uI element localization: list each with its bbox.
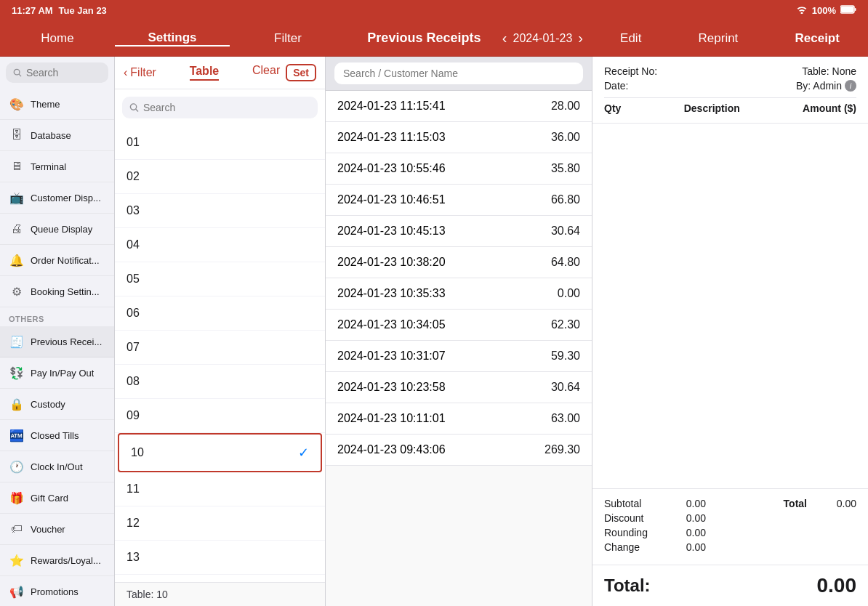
receipt-amount-cell: 66.80: [529, 193, 580, 206]
nav-bar: Home Settings Filter Previous Receipts ‹…: [0, 20, 868, 57]
filter-back-label: Filter: [130, 66, 156, 79]
table-row[interactable]: 2024-01-23 10:55:4635.80: [326, 153, 592, 185]
sidebar-item-promotions[interactable]: 📢 Promotions: [0, 576, 114, 606]
sidebar-item-terminal[interactable]: 🖥 Terminal: [0, 151, 114, 182]
sidebar-search-input[interactable]: [26, 67, 101, 78]
page-title: Previous Receipts: [346, 31, 502, 46]
filter-list-item[interactable]: 10✓: [118, 433, 322, 472]
sidebar-item-theme[interactable]: 🎨 Theme: [0, 89, 114, 120]
receipt-date-label: Date:: [604, 80, 628, 92]
table-row[interactable]: 2024-01-23 10:46:5166.80: [326, 185, 592, 216]
receipt-amount-cell: 0.00: [529, 287, 580, 300]
clock-icon: 🕐: [9, 458, 25, 474]
filter-list-item[interactable]: 09: [115, 399, 325, 433]
home-button[interactable]: Home: [0, 31, 115, 46]
battery-percentage: 100%: [812, 5, 836, 16]
sidebar-search-container[interactable]: [6, 62, 108, 83]
sidebar-item-custody[interactable]: 🔒 Custody: [0, 389, 114, 420]
receipt-amount-cell: 30.64: [529, 381, 580, 394]
sidebar-item-label: Order Notificat...: [31, 255, 100, 266]
svg-line-4: [19, 74, 21, 76]
sidebar-item-order-notifications[interactable]: 🔔 Order Notificat...: [0, 245, 114, 276]
receipt-col-headers: Qty Description Amount ($): [604, 97, 856, 114]
reprint-button[interactable]: Reprint: [699, 31, 739, 46]
filter-tab-table[interactable]: Table: [190, 65, 220, 81]
filter-list-item[interactable]: 06: [115, 296, 325, 331]
receipt-date-cell: 2024-01-23 10:55:46: [337, 162, 529, 175]
sidebar-item-customer-display[interactable]: 📺 Customer Disp...: [0, 182, 114, 214]
filter-list-item[interactable]: 07: [115, 331, 325, 365]
search-icon: [13, 68, 22, 78]
filter-item-label: 01: [126, 136, 140, 149]
receipt-date-text: 2024-01-23 11:15:03: [337, 131, 446, 143]
table-row[interactable]: 2024-01-23 09:43:06269.30: [326, 435, 592, 466]
receipt-date-cell: 2024-01-23 10:34:05: [337, 318, 529, 331]
receipt-date-cell: 2024-01-23 11:15:41: [337, 100, 529, 113]
receipt-meta-row1: Receipt No: Table: None: [604, 65, 856, 77]
table-row[interactable]: 2024-01-23 10:23:5830.64: [326, 372, 592, 403]
receipt-body: [592, 124, 868, 488]
receipts-search-input[interactable]: [334, 62, 583, 84]
table-row[interactable]: 2024-01-23 11:15:4128.00: [326, 91, 592, 122]
date-next-button[interactable]: ›: [578, 30, 583, 47]
table-row[interactable]: 2024-01-23 10:34:0562.30: [326, 310, 592, 341]
filter-list-item[interactable]: 01: [115, 126, 325, 160]
filter-clear-button[interactable]: Clear: [252, 64, 280, 81]
sidebar-item-database[interactable]: 🗄 Database: [0, 120, 114, 151]
change-row: Change 0.00: [604, 541, 856, 553]
filter-item-label: 11: [126, 482, 140, 496]
table-row[interactable]: 2024-01-23 10:31:0759.30: [326, 341, 592, 372]
filter-list-item[interactable]: 02: [115, 160, 325, 194]
table-row[interactable]: 2024-01-23 10:35:330.00: [326, 278, 592, 310]
filter-list-item[interactable]: 08: [115, 365, 325, 399]
queue-display-icon: 🖨: [9, 221, 25, 237]
receipt-date-text: 2024-01-23 10:55:46: [337, 162, 446, 174]
filter-list-item[interactable]: 05: [115, 262, 325, 296]
sidebar-item-closed-tills[interactable]: 🏧 Closed Tills: [0, 420, 114, 451]
order-notifications-icon: 🔔: [9, 252, 25, 268]
receipt-date-text: 2024-01-23 10:38:20: [337, 256, 446, 268]
sidebar-item-previous-receipts[interactable]: 🧾 Previous Recei...: [0, 326, 114, 357]
receipt-date-cell: 2024-01-23 10:23:58: [337, 381, 529, 394]
sidebar-item-booking-settings[interactable]: ⚙ Booking Settin...: [0, 276, 114, 307]
filter-list-item[interactable]: 11: [115, 472, 325, 506]
table-row[interactable]: 2024-01-23 10:11:0163.00: [326, 403, 592, 435]
sidebar-item-rewards-loyalty[interactable]: ⭐ Rewards/Loyal...: [0, 545, 114, 576]
status-day: Tue Jan 23: [59, 5, 107, 16]
receipt-no-label: Receipt No:: [604, 65, 657, 77]
table-row[interactable]: 2024-01-23 10:38:2064.80: [326, 247, 592, 278]
filter-list-item[interactable]: 13: [115, 541, 325, 575]
filter-search-input[interactable]: [143, 102, 310, 113]
total-bar-label: Total:: [604, 575, 651, 596]
filter-item-label: 05: [126, 272, 140, 286]
filter-search-container[interactable]: [122, 97, 318, 118]
filter-list-item[interactable]: 04: [115, 228, 325, 262]
sidebar-item-queue-display[interactable]: 🖨 Queue Display: [0, 214, 114, 245]
date-prev-button[interactable]: ‹: [502, 30, 507, 47]
receipt-amount-cell: 36.00: [529, 131, 580, 144]
settings-button[interactable]: Settings: [115, 31, 230, 47]
filter-item-label: 07: [126, 341, 140, 354]
sidebar-item-gift-card[interactable]: 🎁 Gift Card: [0, 482, 114, 514]
sidebar-item-clock-in-out[interactable]: 🕐 Clock In/Out: [0, 451, 114, 482]
filter-back-button[interactable]: ‹ Filter: [124, 66, 156, 79]
filter-button[interactable]: Filter: [230, 31, 346, 46]
edit-button[interactable]: Edit: [620, 31, 641, 46]
filter-list-item[interactable]: 14: [115, 575, 325, 582]
sidebar-item-pay-in-out[interactable]: 💱 Pay In/Pay Out: [0, 357, 114, 389]
table-row[interactable]: 2024-01-23 10:45:1330.64: [326, 216, 592, 247]
filter-list-item[interactable]: 03: [115, 194, 325, 228]
receipts-search-bar: [326, 57, 592, 91]
change-value: 0.00: [662, 541, 706, 553]
filter-list-item[interactable]: 12: [115, 506, 325, 541]
voucher-icon: 🏷: [9, 521, 25, 537]
filter-item-label: 12: [126, 517, 140, 530]
sidebar-item-label: Promotions: [31, 586, 79, 597]
info-icon[interactable]: i: [845, 80, 856, 92]
receipt-date-cell: 2024-01-23 10:31:07: [337, 350, 529, 363]
sidebar-item-voucher[interactable]: 🏷 Voucher: [0, 514, 114, 545]
table-row[interactable]: 2024-01-23 11:15:0336.00: [326, 122, 592, 153]
filter-set-button[interactable]: Set: [286, 64, 316, 81]
receipt-amount-cell: 59.30: [529, 350, 580, 363]
amount-header: Amount ($): [803, 102, 856, 114]
